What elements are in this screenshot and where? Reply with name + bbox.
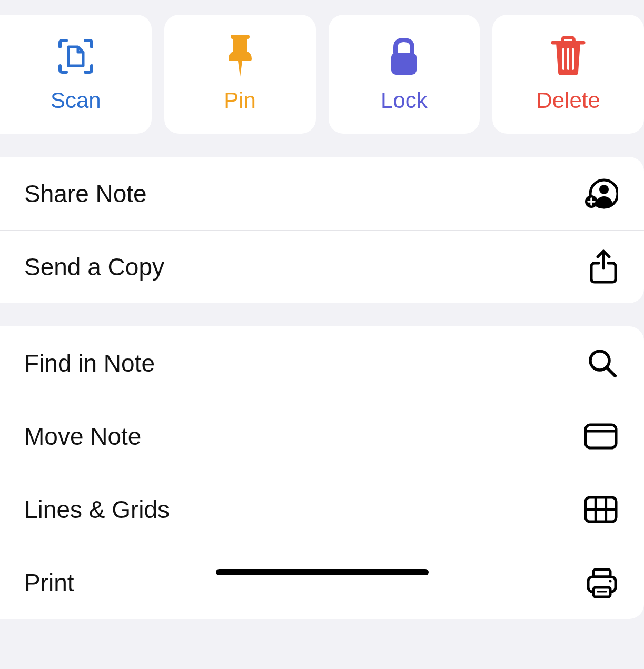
printer-icon <box>586 567 618 598</box>
svg-point-22 <box>609 580 612 583</box>
lock-button[interactable]: Lock <box>329 15 480 134</box>
share-note-label: Share Note <box>24 179 147 208</box>
print-label: Print <box>24 568 74 597</box>
grid-icon <box>584 496 618 523</box>
folder-icon <box>584 423 618 450</box>
share-icon <box>589 249 618 284</box>
lines-grids-label: Lines & Grids <box>24 495 170 524</box>
pin-label: Pin <box>224 88 256 113</box>
svg-rect-12 <box>586 425 616 448</box>
svg-rect-19 <box>593 570 610 577</box>
quick-actions-row: Scan Pin Lock <box>0 0 644 134</box>
find-in-note-item[interactable]: Find in Note <box>0 326 644 400</box>
trash-icon <box>550 35 587 77</box>
scan-label: Scan <box>51 88 101 113</box>
person-add-icon <box>584 178 618 209</box>
svg-rect-0 <box>391 53 417 75</box>
pin-icon <box>221 35 259 77</box>
move-note-item[interactable]: Move Note <box>0 400 644 473</box>
share-note-item[interactable]: Share Note <box>0 157 644 230</box>
pin-button[interactable]: Pin <box>164 15 316 134</box>
delete-label: Delete <box>536 88 600 113</box>
lock-label: Lock <box>381 88 428 113</box>
svg-point-5 <box>599 185 609 194</box>
move-note-label: Move Note <box>24 422 141 451</box>
home-indicator[interactable] <box>216 569 429 575</box>
lines-grids-item[interactable]: Lines & Grids <box>0 473 644 546</box>
scan-button[interactable]: Scan <box>0 15 152 134</box>
find-in-note-label: Find in Note <box>24 349 155 377</box>
delete-button[interactable]: Delete <box>492 15 644 134</box>
print-item[interactable]: Print <box>0 546 644 619</box>
search-icon <box>587 348 618 378</box>
menu-group-share: Share Note Send a Copy <box>0 157 644 303</box>
send-copy-item[interactable]: Send a Copy <box>0 230 644 303</box>
scan-icon <box>57 35 95 77</box>
lock-icon <box>388 35 420 77</box>
send-copy-label: Send a Copy <box>24 253 164 281</box>
svg-line-11 <box>607 367 615 376</box>
